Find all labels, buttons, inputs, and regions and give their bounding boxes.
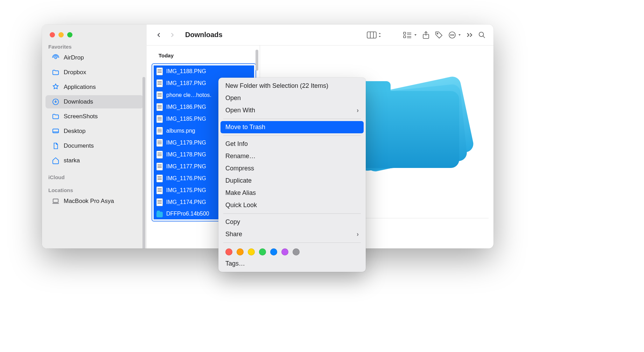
share-button[interactable] (422, 30, 430, 40)
image-thumb-icon (156, 175, 163, 182)
sidebar-item-documents[interactable]: Documents (46, 139, 143, 153)
window-controls (42, 24, 147, 37)
svg-point-13 (479, 32, 484, 36)
context-menu-label: Open (225, 94, 241, 102)
file-name: IMG_1176.PNG (166, 175, 206, 182)
file-row[interactable]: IMG_1188.PNG (154, 65, 254, 77)
context-menu-label: Compress (225, 165, 254, 172)
context-menu-share[interactable]: Share› (220, 228, 364, 240)
tag-color-dot[interactable] (225, 248, 232, 255)
downloads-icon (52, 98, 59, 106)
sidebar-item-screenshots[interactable]: ScreenShots (46, 110, 143, 123)
image-thumb-icon (156, 91, 163, 99)
sidebar-item-downloads[interactable]: Downloads (46, 95, 143, 108)
sidebar-item-applications[interactable]: Applications (46, 80, 143, 94)
forward-button[interactable] (168, 30, 177, 40)
image-thumb-icon (156, 127, 163, 135)
svg-rect-6 (404, 36, 406, 38)
sidebar-item-label: Desktop (64, 128, 85, 135)
context-menu-label: Make Alias (225, 189, 256, 197)
sidebar-item-home[interactable]: starka (46, 154, 143, 167)
svg-rect-2 (53, 129, 59, 133)
search-button[interactable] (478, 30, 486, 40)
svg-rect-5 (404, 32, 406, 34)
svg-rect-4 (367, 32, 376, 38)
svg-point-12 (453, 35, 454, 35)
close-window-button[interactable] (50, 32, 55, 37)
context-menu-separator (223, 242, 361, 243)
laptop-icon (52, 197, 59, 205)
image-thumb-icon (156, 79, 163, 87)
folder-icon (52, 113, 59, 120)
file-name: phone cle…hotos. (166, 92, 211, 98)
image-thumb-icon (156, 198, 163, 206)
context-menu-label: New Folder with Selection (22 Items) (225, 82, 328, 90)
nav-controls (154, 30, 177, 40)
image-thumb-icon (156, 139, 163, 147)
context-menu-rename[interactable]: Rename… (220, 150, 364, 162)
image-thumb-icon (156, 151, 163, 159)
document-icon (52, 142, 59, 150)
svg-point-10 (450, 35, 451, 35)
context-menu-open[interactable]: Open (220, 92, 364, 104)
svg-point-0 (55, 57, 57, 59)
sidebar-item-desktop[interactable]: Desktop (46, 125, 143, 138)
context-menu-tags[interactable]: Tags… (220, 258, 364, 270)
tags-button[interactable] (435, 30, 443, 40)
view-columns-button[interactable] (367, 30, 382, 40)
sidebar-section-favorites: Favorites (42, 37, 147, 50)
context-menu-separator (223, 119, 361, 119)
airdrop-icon (52, 54, 59, 62)
sidebar-item-macbook[interactable]: MacBook Pro Asya (46, 195, 143, 208)
context-menu-label: Copy (225, 218, 240, 226)
toolbar: Downloads (147, 24, 493, 45)
context-menu-new-folder[interactable]: New Folder with Selection (22 Items) (220, 80, 364, 92)
action-menu-button[interactable] (448, 30, 461, 40)
file-name: IMG_1178.PNG (166, 152, 206, 158)
context-menu-label: Move to Trash (225, 124, 265, 131)
file-name: albums.png (166, 128, 195, 134)
context-menu-separator (223, 213, 361, 214)
home-icon (52, 157, 59, 164)
image-thumb-icon (156, 103, 163, 111)
minimize-window-button[interactable] (58, 32, 64, 37)
context-menu-open-with[interactable]: Open With› (220, 104, 364, 117)
context-menu-quick-look[interactable]: Quick Look (220, 199, 364, 211)
sidebar-item-label: starka (64, 157, 80, 164)
file-name: IMG_1187.PNG (166, 80, 206, 86)
list-scrollbar[interactable] (255, 50, 258, 71)
tag-color-dot[interactable] (237, 248, 244, 255)
svg-point-11 (452, 35, 453, 35)
sidebar-item-label: MacBook Pro Asya (64, 198, 114, 205)
context-menu-get-info[interactable]: Get Info (220, 138, 364, 150)
context-menu-compress[interactable]: Compress (220, 162, 364, 175)
sidebar-item-dropbox[interactable]: Dropbox (46, 66, 143, 79)
group-button[interactable] (403, 30, 417, 40)
desktop-icon (52, 127, 59, 135)
context-menu-move-to-trash[interactable]: Move to Trash (220, 121, 364, 133)
tag-color-dot[interactable] (270, 248, 277, 255)
chevron-right-icon: › (357, 231, 359, 238)
tag-color-dot[interactable] (259, 248, 266, 255)
zoom-window-button[interactable] (67, 32, 72, 37)
file-name: IMG_1175.PNG (166, 187, 206, 193)
sidebar-scrollbar[interactable] (142, 77, 145, 248)
context-menu-copy[interactable]: Copy (220, 216, 364, 228)
sidebar-section-locations: Locations (42, 181, 147, 194)
context-menu-duplicate[interactable]: Duplicate (220, 175, 364, 187)
context-menu-make-alias[interactable]: Make Alias (220, 187, 364, 199)
tag-color-dot[interactable] (281, 248, 288, 255)
context-menu-tag-row (220, 245, 364, 258)
sidebar-item-airdrop[interactable]: AirDrop (46, 51, 143, 64)
sidebar-section-icloud: iCloud (42, 168, 147, 181)
sidebar: Favorites AirDrop Dropbox Applications (42, 24, 147, 248)
chevron-right-icon: › (357, 107, 359, 114)
tag-color-dot[interactable] (248, 248, 255, 255)
tag-color-dot[interactable] (293, 248, 300, 255)
sidebar-item-label: AirDrop (64, 54, 84, 61)
image-thumb-icon (156, 115, 163, 123)
back-button[interactable] (154, 30, 163, 40)
file-name: IMG_1188.PNG (166, 68, 206, 75)
file-name: IMG_1174.PNG (166, 199, 206, 205)
overflow-button[interactable] (466, 30, 473, 40)
